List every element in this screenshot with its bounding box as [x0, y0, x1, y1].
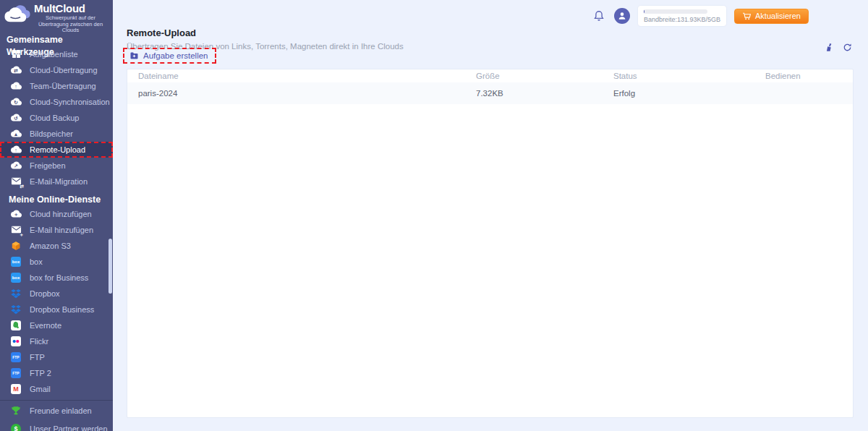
ftp-icon: FTP	[10, 351, 22, 363]
partner-icon: $	[10, 423, 22, 431]
sidebar-scrollbar[interactable]	[109, 239, 112, 294]
file-name-cell: paris-2024	[127, 89, 476, 98]
sidebar-item-flickr[interactable]: Flickr	[0, 333, 113, 349]
dropbox-business-icon	[10, 304, 22, 315]
sidebar-item-cloud-uebertragung[interactable]: ⇄ Cloud-Übertragung	[0, 62, 113, 78]
ftp2-icon: FTP	[10, 367, 22, 379]
sidebar-item-aufgabenliste[interactable]: Aufgabenliste	[0, 46, 113, 62]
box-business-icon: box	[10, 272, 22, 283]
amazon-s3-icon	[10, 240, 22, 252]
cloud-sync-icon: ↻	[10, 96, 22, 108]
upgrade-button[interactable]: Aktualisieren	[734, 9, 809, 24]
sidebar-item-dropbox[interactable]: Dropbox	[0, 286, 113, 302]
clear-list-icon[interactable]	[825, 43, 834, 52]
sidebar-item-remote-upload[interactable]: ↑ Remote-Upload	[0, 142, 113, 158]
sidebar-item-gmail[interactable]: M Gmail	[0, 381, 113, 397]
column-header-status: Status	[613, 72, 765, 80]
multcloud-logo-icon	[4, 3, 31, 25]
column-header-action: Bedienen	[765, 72, 853, 80]
bandwidth-progress-bar	[644, 9, 707, 14]
sidebar-item-box[interactable]: box box	[0, 254, 113, 270]
table-row[interactable]: paris-2024 7.32KB Erfolg	[127, 82, 853, 104]
sidebar-item-evernote[interactable]: Evernote	[0, 317, 113, 333]
sidebar-item-ftp[interactable]: FTP FTP	[0, 349, 113, 365]
sidebar-item-email-migration[interactable]: ⇄ E-Mail-Migration	[0, 174, 113, 189]
table-header-row: Dateiname Größe Status Bedienen	[127, 69, 853, 82]
section-header-online-services: Meine Online-Dienste	[0, 193, 113, 206]
flickr-icon	[10, 336, 22, 347]
cloud-backup-icon: ↺	[10, 112, 22, 124]
column-header-filename: Dateiname	[127, 72, 476, 80]
create-task-label: Aufgabe erstellen	[143, 51, 208, 60]
main-content: Bandbreite:131.93KB/5GB Aktualisieren Re…	[113, 0, 868, 431]
topbar: Bandbreite:131.93KB/5GB Aktualisieren	[592, 6, 809, 26]
refresh-icon[interactable]	[843, 43, 852, 52]
sidebar-item-unser-partner-werden[interactable]: $ Unser Partner werden	[0, 420, 113, 431]
page-title: Remote-Upload	[127, 27, 404, 38]
email-migration-icon: ⇄	[10, 176, 22, 187]
evernote-icon	[10, 320, 22, 331]
add-email-icon: ＋	[10, 224, 22, 236]
bandwidth-meter[interactable]: Bandbreite:131.93KB/5GB	[638, 6, 726, 26]
bandwidth-label: Bandbreite:131.93KB/5GB	[644, 16, 720, 23]
notifications-bell-icon[interactable]	[592, 8, 606, 24]
share-icon: ↗	[10, 160, 22, 171]
sidebar-item-freunde-einladen[interactable]: Freunde einladen	[0, 402, 113, 420]
app-title: MultCloud	[31, 3, 110, 14]
section-header-common-tools: Gemeinsame Werkzeuge	[0, 34, 113, 46]
create-task-button[interactable]: Aufgabe erstellen	[123, 48, 216, 64]
sidebar-item-cloud-hinzufuegen[interactable]: ＋ Cloud hinzufügen	[0, 206, 113, 222]
upgrade-button-label: Aktualisieren	[755, 12, 801, 20]
app-tagline: Schwerpunkt auf der Übertragung zwischen…	[31, 15, 110, 34]
multcloud-app: MultCloud Schwerpunkt auf der Übertragun…	[0, 0, 868, 431]
file-size-cell: 7.32KB	[476, 89, 613, 98]
user-avatar[interactable]	[614, 8, 630, 24]
invite-friends-icon	[10, 405, 22, 417]
remote-upload-icon: ↑	[10, 144, 22, 155]
sidebar-item-email-hinzufuegen[interactable]: ＋ E-Mail hinzufügen	[0, 222, 113, 238]
sidebar-item-team-uebertragung[interactable]: ↑ Team-Übertragung	[0, 78, 113, 94]
sidebar-item-cloud-synchronisation[interactable]: ↻ Cloud-Synchronisation	[0, 94, 113, 110]
task-list-icon	[10, 48, 22, 60]
image-storage-icon: ▲	[10, 128, 22, 140]
box-icon: box	[10, 256, 22, 268]
sidebar-item-ftp2[interactable]: FTP FTP 2	[0, 365, 113, 381]
team-transfer-icon: ↑	[10, 80, 22, 92]
sidebar-item-cloud-backup[interactable]: ↺ Cloud Backup	[0, 110, 113, 126]
sidebar-item-freigeben[interactable]: ↗ Freigeben	[0, 158, 113, 174]
sidebar-divider	[0, 400, 113, 401]
sidebar-item-dropbox-business[interactable]: Dropbox Business	[0, 302, 113, 317]
cloud-transfer-icon: ⇄	[10, 64, 22, 76]
dropbox-icon	[10, 288, 22, 299]
sidebar-item-box-for-business[interactable]: box box for Business	[0, 270, 113, 286]
task-table: Dateiname Größe Status Bedienen paris-20…	[127, 69, 854, 418]
add-cloud-icon: ＋	[10, 208, 22, 220]
logo[interactable]: MultCloud Schwerpunkt auf der Übertragun…	[0, 0, 113, 34]
sidebar-item-amazon-s3[interactable]: Amazon S3	[0, 238, 113, 254]
gmail-icon: M	[10, 383, 22, 395]
folder-plus-icon	[129, 51, 139, 60]
cart-icon	[742, 12, 752, 21]
sidebar: MultCloud Schwerpunkt auf der Übertragun…	[0, 0, 113, 431]
sidebar-item-bildspeicher[interactable]: ▲ Bildspeicher	[0, 126, 113, 142]
column-header-size: Größe	[476, 72, 613, 80]
list-tools	[825, 43, 852, 52]
status-cell: Erfolg	[613, 89, 765, 98]
